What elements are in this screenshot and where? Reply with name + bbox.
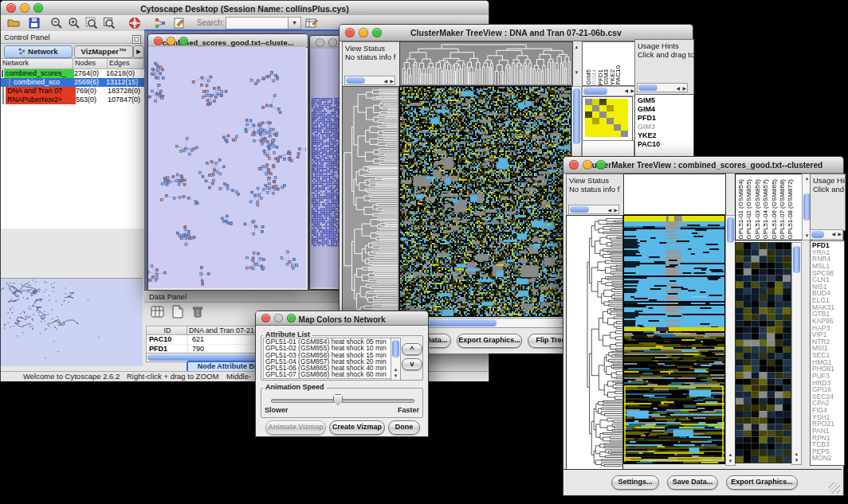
scroll-right-arrow[interactable]: ▶	[838, 231, 842, 236]
network-tree-row[interactable]: DNA and Tran 07769(0)183728(0)	[1, 87, 144, 96]
attribute-list[interactable]: GPL51-01 (GSM854) heat shock 05 minGPL51…	[263, 338, 392, 379]
gene-label[interactable]: SEC1	[812, 352, 844, 359]
scrollbar-thumb[interactable]	[147, 354, 267, 361]
close-icon[interactable]	[569, 160, 579, 170]
column-header-nodes[interactable]: Nodes	[73, 59, 108, 68]
gene-label[interactable]: RNR4	[812, 256, 844, 263]
treeview2-title-bar[interactable]: ClusterMaker TreeView : combined_scores_…	[563, 157, 843, 174]
zoom-selected-icon[interactable]	[85, 17, 98, 33]
mini-hscrollbar[interactable]: ◀ ▶	[582, 86, 636, 96]
done-button[interactable]: Done	[388, 420, 420, 435]
minimize-icon[interactable]	[20, 3, 29, 13]
gene-label[interactable]: GIM3	[638, 123, 693, 131]
scrollbar-thumb[interactable]	[583, 88, 607, 95]
close-icon[interactable]	[345, 28, 355, 37]
gene-label[interactable]: GIM4	[638, 105, 693, 114]
network-window-title-bar[interactable]: combined_scores_good.txt--cluste...	[148, 34, 308, 48]
network-graph-canvas[interactable]	[148, 47, 306, 288]
scroll-right-arrow[interactable]: ▶	[682, 84, 686, 92]
new-attribute-icon[interactable]	[171, 305, 185, 322]
zoom-window-icon[interactable]	[179, 37, 188, 45]
scrollbar-thumb[interactable]	[727, 217, 734, 243]
help-lifesaver-icon[interactable]	[128, 17, 141, 33]
minimize-icon[interactable]	[274, 314, 283, 322]
gene-label[interactable]: PUF3	[812, 373, 844, 380]
attribute-table-icon[interactable]	[151, 305, 165, 322]
attribute-item[interactable]: GPL51-06 (GSM865) heat shock 40 min	[265, 365, 391, 371]
gene-label[interactable]: MON2	[812, 455, 844, 462]
zoom-out-icon[interactable]	[50, 17, 63, 33]
slider-track[interactable]	[271, 399, 414, 403]
scrollbar-thumb[interactable]	[346, 77, 365, 84]
gene-label[interactable]: HMG1	[812, 359, 844, 366]
column-dendrogram-canvas[interactable]	[399, 41, 573, 86]
network-tree-row[interactable]: combined_scores_2764(0)16218(0)	[1, 69, 144, 78]
gene-label[interactable]: BUD4	[812, 290, 844, 297]
scrollbar-thumb[interactable]	[570, 206, 589, 213]
gene-label[interactable]: FIG4	[812, 407, 844, 414]
gene-label[interactable]: TCB3	[812, 441, 844, 448]
gene-label[interactable]: MAK31	[812, 304, 844, 311]
save-data-button[interactable]: Save Data...	[667, 475, 718, 490]
scrollbar-thumb[interactable]	[573, 88, 580, 144]
scrollbar-thumb[interactable]	[811, 231, 824, 238]
scrollbar-thumb[interactable]	[793, 246, 800, 273]
row-dendrogram-canvas[interactable]	[566, 215, 623, 470]
gene-label[interactable]: PAC10	[638, 140, 693, 149]
move-up-button[interactable]: ^	[402, 343, 422, 355]
create-vizmap-button[interactable]: Create Vizmap	[329, 420, 385, 435]
attribute-list-vscrollbar[interactable]: ▲ ▼	[391, 338, 401, 381]
search-input[interactable]	[226, 17, 289, 29]
gene-label[interactable]: YRA1	[812, 249, 844, 256]
attribute-item[interactable]: GPL51-04 (GSM857) heat shock 20 min	[265, 358, 391, 365]
attribute-item[interactable]: GPL51-01 (GSM854) heat shock 05 min	[265, 338, 391, 345]
dendro-scroll-arrows[interactable]: ▲ ▼	[573, 41, 580, 84]
gene-label[interactable]: NIS1	[812, 283, 844, 291]
row-dendrogram-canvas[interactable]	[342, 86, 399, 317]
trash-icon[interactable]	[190, 305, 205, 322]
zoom-fit-icon[interactable]	[103, 17, 116, 33]
tab-overflow-arrow[interactable]: ▶	[133, 45, 144, 58]
zoom-window-icon[interactable]	[33, 3, 43, 13]
gene-label[interactable]: PFD1	[812, 242, 844, 249]
scroll-left-arrow[interactable]: ◀	[831, 231, 835, 236]
scroll-up-arrow[interactable]: ▲	[726, 452, 735, 458]
tab-network[interactable]: Network	[4, 45, 73, 58]
scroll-right-arrow[interactable]: ▶	[614, 206, 618, 214]
gene-label[interactable]: NTR2	[812, 338, 844, 346]
usage-hints-hscrollbar[interactable]: ◀ ▶	[637, 83, 688, 92]
export-graphics-button[interactable]: Export Graphics...	[457, 334, 522, 348]
minimize-icon[interactable]	[328, 38, 337, 47]
view-status-hscrollbar[interactable]: ◀ ▶	[344, 76, 395, 85]
gene-label[interactable]: YKE2	[638, 131, 693, 140]
heatmap-canvas[interactable]	[623, 215, 725, 464]
gene-label[interactable]: CLN1	[812, 276, 844, 283]
export-graphics-button[interactable]: Export Graphics...	[726, 475, 798, 490]
open-folder-icon[interactable]	[7, 17, 20, 33]
usage-hints-hscrollbar[interactable]: ◀ ▶	[810, 229, 843, 240]
scroll-down-arrow[interactable]: ▼	[573, 70, 580, 76]
zoom-window-icon[interactable]	[287, 314, 296, 322]
attribute-item[interactable]: GPL51-02 (GSM855) heat shock 10 min	[265, 345, 391, 351]
close-icon[interactable]	[154, 37, 163, 45]
gene-label[interactable]: PFD1	[638, 114, 693, 123]
network-tree-row[interactable]: combined_sco2569(6)13112(15)	[1, 78, 144, 87]
search-dropdown-button[interactable]: ▼	[288, 17, 301, 29]
close-icon[interactable]	[316, 38, 324, 47]
scroll-up-arrow[interactable]: ▲	[573, 45, 580, 50]
column-header-network[interactable]: Network	[1, 59, 73, 68]
scroll-up-arrow[interactable]: ▲	[792, 451, 801, 457]
attribute-item[interactable]: GPL51-03 (GSM856) heat shock 15 min	[265, 352, 391, 358]
column-header-edges[interactable]: Edges	[108, 59, 144, 68]
animate-vizmap-button[interactable]: Animate Vizmap	[265, 420, 326, 435]
gene-label[interactable]: KAP95	[812, 318, 844, 325]
scrollbar-thumb[interactable]	[392, 340, 399, 357]
dialog-title-bar[interactable]: Map Colors to Network	[256, 311, 428, 326]
slider-thumb[interactable]	[333, 394, 343, 405]
gene-label[interactable]: ELG1	[812, 297, 844, 304]
selection-mini-heatmap-canvas[interactable]	[582, 96, 633, 141]
gene-label[interactable]: PHO81	[812, 365, 844, 373]
scroll-left-arrow[interactable]: ◀	[383, 77, 387, 85]
gene-label[interactable]: SPC98	[812, 270, 844, 277]
scroll-down-arrow[interactable]: ▼	[391, 373, 400, 379]
